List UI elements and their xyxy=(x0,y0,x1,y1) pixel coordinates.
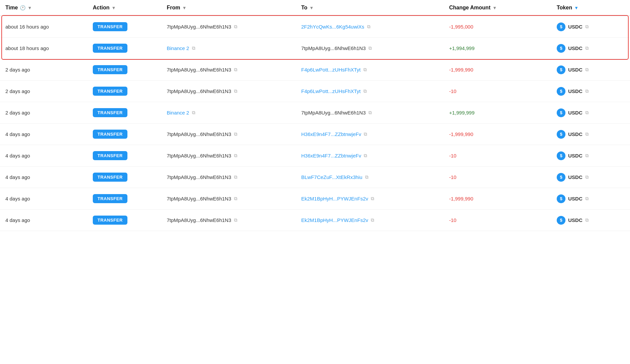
from-copy-icon[interactable]: ⧉ xyxy=(234,88,237,94)
token-name: USDC xyxy=(568,67,583,73)
from-cell: 7tpMpA8Uyg...6NhwE6h1N3⧉ xyxy=(161,188,296,210)
from-filter-icon[interactable]: ▼ xyxy=(182,5,187,10)
token-copy-icon[interactable]: ⧉ xyxy=(585,131,589,137)
time-value: 2 days ago xyxy=(5,110,30,116)
transfer-badge[interactable]: TRANSFER xyxy=(93,173,127,182)
to-cell: 7tpMpA8Uyg...6NhwE6h1N3⧉ xyxy=(296,38,444,59)
to-label: To xyxy=(301,5,307,11)
usdc-icon: $ xyxy=(557,130,565,139)
time-cell: 2 days ago xyxy=(0,59,87,81)
transfer-badge[interactable]: TRANSFER xyxy=(93,194,127,203)
to-address[interactable]: F4p6LwPott...zUHsFhXTyt xyxy=(301,88,361,94)
transfer-badge[interactable]: TRANSFER xyxy=(93,22,127,31)
time-cell: about 18 hours ago xyxy=(0,38,87,59)
from-address: 7tpMpA8Uyg...6NhwE6h1N3 xyxy=(167,217,231,223)
amount-value: -10 xyxy=(449,217,457,223)
from-cell: 7tpMpA8Uyg...6NhwE6h1N3⧉ xyxy=(161,16,296,38)
to-cell: F4p6LwPott...zUHsFhXTyt⧉ xyxy=(296,81,444,102)
amount-filter-icon[interactable]: ▼ xyxy=(493,5,497,10)
token-copy-icon[interactable]: ⧉ xyxy=(585,24,589,30)
to-address[interactable]: H36xE9n4F7...ZZbtnwjeFv xyxy=(301,153,361,158)
to-cell: BLwF7CeZuF...XtEkRx3hiu⧉ xyxy=(296,167,444,188)
from-copy-icon[interactable]: ⧉ xyxy=(234,67,237,73)
to-copy-icon[interactable]: ⧉ xyxy=(364,131,367,137)
action-filter-icon[interactable]: ▼ xyxy=(112,5,116,10)
to-copy-icon[interactable]: ⧉ xyxy=(371,196,374,201)
token-cell: $USDC⧉ xyxy=(551,188,630,210)
from-copy-icon[interactable]: ⧉ xyxy=(234,153,237,158)
to-copy-icon[interactable]: ⧉ xyxy=(363,67,367,73)
from-copy-icon[interactable]: ⧉ xyxy=(234,217,237,223)
to-address[interactable]: F4p6LwPott...zUHsFhXTyt xyxy=(301,67,361,73)
to-copy-icon[interactable]: ⧉ xyxy=(364,153,367,158)
amount-cell: -1,999,990 xyxy=(444,124,551,145)
from-copy-icon[interactable]: ⧉ xyxy=(234,131,237,137)
token-copy-icon[interactable]: ⧉ xyxy=(585,196,589,201)
token-copy-icon[interactable]: ⧉ xyxy=(585,45,589,51)
table-row: about 16 hours agoTRANSFER7tpMpA8Uyg...6… xyxy=(0,16,630,38)
from-address: 7tpMpA8Uyg...6NhwE6h1N3 xyxy=(167,88,231,94)
token-copy-icon[interactable]: ⧉ xyxy=(585,88,589,94)
time-cell: 4 days ago xyxy=(0,188,87,210)
from-cell: Binance 2⧉ xyxy=(161,38,296,59)
to-cell: 2F2hYcQwKs...6Kg54uwiXs⧉ xyxy=(296,16,444,38)
token-name: USDC xyxy=(568,24,583,30)
from-copy-icon[interactable]: ⧉ xyxy=(192,110,195,116)
from-copy-icon[interactable]: ⧉ xyxy=(234,174,237,180)
amount-cell: -10 xyxy=(444,145,551,167)
from-copy-icon[interactable]: ⧉ xyxy=(234,196,237,201)
usdc-icon: $ xyxy=(557,151,565,160)
action-cell: TRANSFER xyxy=(87,59,161,81)
from-address[interactable]: Binance 2 xyxy=(167,45,189,51)
transfer-badge[interactable]: TRANSFER xyxy=(93,130,127,139)
table-row: 2 days agoTRANSFER7tpMpA8Uyg...6NhwE6h1N… xyxy=(0,81,630,102)
amount-value: +1,994,999 xyxy=(449,45,475,51)
usdc-icon: $ xyxy=(557,87,565,96)
token-filter-icon[interactable]: ▼ xyxy=(574,5,579,10)
time-label: Time xyxy=(5,5,18,11)
token-copy-icon[interactable]: ⧉ xyxy=(585,110,589,116)
token-copy-icon[interactable]: ⧉ xyxy=(585,174,589,180)
from-cell: 7tpMpA8Uyg...6NhwE6h1N3⧉ xyxy=(161,145,296,167)
token-name: USDC xyxy=(568,131,583,137)
time-filter-icon[interactable]: ▼ xyxy=(28,5,32,10)
to-address[interactable]: H36xE9n4F7...ZZbtnwjeFv xyxy=(301,131,361,137)
table-body: about 16 hours agoTRANSFER7tpMpA8Uyg...6… xyxy=(0,16,630,231)
to-address[interactable]: Ek2M1BpHyH...PYWJEnFs2v xyxy=(301,217,368,223)
to-address[interactable]: 2F2hYcQwKs...6Kg54uwiXs xyxy=(301,24,364,30)
transfer-badge[interactable]: TRANSFER xyxy=(93,87,127,96)
to-filter-icon[interactable]: ▼ xyxy=(309,5,314,10)
to-cell: Ek2M1BpHyH...PYWJEnFs2v⧉ xyxy=(296,188,444,210)
action-cell: TRANSFER xyxy=(87,16,161,38)
from-cell: 7tpMpA8Uyg...6NhwE6h1N3⧉ xyxy=(161,167,296,188)
to-address[interactable]: Ek2M1BpHyH...PYWJEnFs2v xyxy=(301,196,368,201)
transfer-badge[interactable]: TRANSFER xyxy=(93,216,127,225)
to-copy-icon[interactable]: ⧉ xyxy=(365,174,368,180)
token-copy-icon[interactable]: ⧉ xyxy=(585,217,589,223)
to-address[interactable]: BLwF7CeZuF...XtEkRx3hiu xyxy=(301,174,362,180)
transfer-badge[interactable]: TRANSFER xyxy=(93,44,127,53)
token-copy-icon[interactable]: ⧉ xyxy=(585,67,589,73)
transfer-badge[interactable]: TRANSFER xyxy=(93,108,127,117)
amount-value: -1,999,990 xyxy=(449,131,473,137)
from-address: 7tpMpA8Uyg...6NhwE6h1N3 xyxy=(167,24,231,30)
amount-cell: -10 xyxy=(444,81,551,102)
from-copy-icon[interactable]: ⧉ xyxy=(234,24,237,30)
from-address[interactable]: Binance 2 xyxy=(167,110,189,116)
token-cell: $USDC⧉ xyxy=(551,167,630,188)
to-copy-icon[interactable]: ⧉ xyxy=(368,45,372,51)
transfer-badge[interactable]: TRANSFER xyxy=(93,151,127,160)
to-copy-icon[interactable]: ⧉ xyxy=(363,88,367,94)
transfer-badge[interactable]: TRANSFER xyxy=(93,65,127,74)
to-copy-icon[interactable]: ⧉ xyxy=(367,24,370,30)
to-copy-icon[interactable]: ⧉ xyxy=(371,217,374,223)
usdc-icon: $ xyxy=(557,194,565,203)
col-header-amount: Change Amount ▼ xyxy=(444,0,551,16)
from-copy-icon[interactable]: ⧉ xyxy=(192,45,195,51)
token-cell: $USDC⧉ xyxy=(551,210,630,231)
token-copy-icon[interactable]: ⧉ xyxy=(585,153,589,158)
amount-label: Change Amount xyxy=(449,5,490,11)
to-copy-icon[interactable]: ⧉ xyxy=(368,110,372,116)
time-cell: about 16 hours ago xyxy=(0,16,87,38)
table-row: 4 days agoTRANSFER7tpMpA8Uyg...6NhwE6h1N… xyxy=(0,145,630,167)
